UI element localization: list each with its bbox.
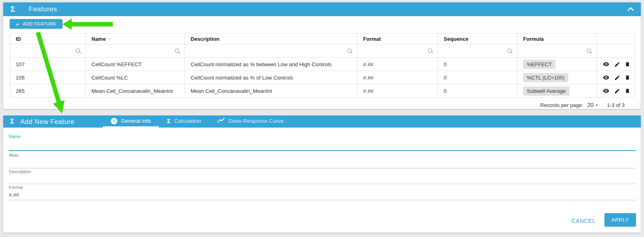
cell-format: #.##	[357, 58, 438, 71]
features-header-bar: Σ Features	[3, 2, 641, 16]
cell-description: CellCount normalized as % between Low an…	[185, 58, 357, 71]
search-icon	[75, 48, 81, 54]
delete-trash-icon[interactable]	[625, 61, 630, 67]
add-new-feature-panel: Σ Add New Feature i General Info Σ Calcu…	[3, 115, 641, 233]
view-eye-icon[interactable]	[602, 61, 610, 67]
sort-ascending-icon: ↑	[108, 36, 111, 42]
column-header-description[interactable]: Description	[185, 34, 357, 44]
tab-calculation[interactable]: Σ Calculation	[159, 115, 209, 128]
pagination-range: 1-3 of 3	[607, 102, 625, 108]
cell-format: #.##	[357, 84, 438, 98]
field-name-label: Name	[9, 134, 636, 139]
cell-sequence: 0	[438, 84, 517, 98]
view-eye-icon[interactable]	[602, 88, 610, 94]
delete-trash-icon[interactable]	[625, 74, 630, 81]
tab-label: Calculation	[174, 118, 201, 124]
cell-name: Mean Cell_Concanavalin_MeanInt	[86, 84, 185, 98]
search-icon	[507, 48, 513, 54]
edit-pencil-icon[interactable]	[614, 61, 620, 67]
sigma-icon: Σ	[10, 117, 14, 126]
cell-sequence: 0	[438, 58, 517, 71]
plus-icon: +	[16, 21, 19, 27]
chevron-up-icon[interactable]	[627, 6, 634, 13]
search-icon	[175, 48, 181, 54]
field-format-label: Format	[9, 185, 636, 190]
field-alias: Alias	[9, 153, 636, 168]
dose-response-curve-icon	[217, 117, 225, 124]
cell-id: 105	[10, 71, 86, 84]
field-alias-label: Alias	[9, 153, 636, 157]
table-filter-row	[10, 44, 635, 58]
formula-chip: %CTL (LC=100)	[523, 73, 568, 82]
filter-input-name[interactable]	[91, 46, 175, 56]
sigma-icon: Σ	[10, 5, 15, 14]
cell-name: CellCount %EFFECT	[86, 58, 185, 71]
search-icon	[428, 48, 434, 54]
name-input[interactable]	[9, 139, 636, 151]
toolbar: + ADD FEATURE	[3, 16, 641, 33]
table-row: 107 CellCount %EFFECT CellCount normaliz…	[10, 58, 635, 71]
table-row: 105 CellCount %LC CellCount normalized a…	[10, 71, 635, 84]
edit-pencil-icon[interactable]	[614, 88, 620, 94]
alias-input[interactable]	[9, 157, 636, 168]
features-panel-title: Features	[29, 5, 57, 13]
tab-label: Dose-Response Curve	[229, 118, 284, 124]
filter-input-format[interactable]	[363, 46, 428, 56]
filter-input-formula[interactable]	[523, 46, 586, 56]
table-header-row: ID Name↑ Description Format Sequence For…	[10, 34, 635, 44]
field-name: Name	[9, 134, 636, 151]
description-input[interactable]	[9, 174, 636, 184]
formula-chip: Subwell Average	[523, 86, 569, 96]
tab-general-info[interactable]: i General Info	[103, 115, 159, 128]
features-panel: Σ Features + ADD FEATURE ID	[3, 2, 641, 109]
tab-label: General Info	[121, 118, 151, 124]
column-header-name[interactable]: Name↑	[86, 34, 185, 44]
add-feature-button-label: ADD FEATURE	[23, 21, 56, 26]
table-row: 265 Mean Cell_Concanavalin_MeanInt Mean …	[10, 84, 635, 98]
page: Σ Features + ADD FEATURE ID	[0, 0, 644, 237]
dropdown-caret-icon: ▾	[596, 103, 598, 107]
column-header-actions	[597, 34, 635, 44]
sigma-icon: Σ	[167, 117, 170, 124]
features-table: ID Name↑ Description Format Sequence For…	[10, 33, 635, 98]
column-header-sequence[interactable]: Sequence	[438, 34, 517, 44]
filter-input-sequence[interactable]	[444, 46, 507, 56]
delete-trash-icon[interactable]	[625, 88, 630, 94]
cell-id: 265	[10, 84, 86, 98]
records-per-page-value: 20	[587, 102, 594, 108]
column-header-format[interactable]: Format	[357, 34, 438, 44]
search-icon	[586, 48, 592, 54]
formula-chip: %EFFECT	[523, 60, 555, 69]
cell-description: CellCount normalized as % of Low Control…	[185, 71, 357, 84]
apply-button[interactable]: APPLY	[605, 213, 636, 227]
cell-format: #.##	[357, 71, 438, 84]
add-feature-button[interactable]: + ADD FEATURE	[10, 19, 62, 29]
add-feature-panel-title: Add New Feature	[20, 118, 74, 126]
tab-dose-response-curve[interactable]: Dose-Response Curve	[209, 115, 292, 128]
cell-id: 107	[10, 58, 86, 71]
edit-pencil-icon[interactable]	[614, 75, 620, 81]
info-icon: i	[111, 118, 117, 124]
filter-input-description[interactable]	[191, 46, 347, 56]
table-pagination: Records per page: 20 ▾ 1-3 of 3	[10, 98, 634, 112]
search-icon	[347, 48, 353, 54]
tab-bar: i General Info Σ Calculation Dose-Respon…	[103, 115, 292, 128]
column-header-id[interactable]: ID	[10, 34, 86, 44]
cell-description: Mean Cell_Concanavalin_MeanInt	[185, 84, 357, 98]
cell-sequence: 0	[438, 71, 517, 84]
records-per-page-label: Records per page:	[540, 102, 583, 108]
add-feature-header-bar: Σ Add New Feature i General Info Σ Calcu…	[3, 115, 641, 128]
field-description-label: Description	[9, 169, 636, 174]
view-eye-icon[interactable]	[602, 74, 610, 81]
filter-input-id[interactable]	[16, 46, 75, 56]
column-header-formula[interactable]: Formula	[517, 34, 597, 44]
format-input[interactable]	[9, 190, 636, 200]
cancel-button[interactable]: CANCEL	[567, 215, 600, 227]
field-format: Format	[9, 185, 636, 200]
field-description: Description	[9, 169, 636, 184]
records-per-page-dropdown[interactable]: 20 ▾	[586, 102, 598, 108]
cell-name: CellCount %LC	[86, 71, 185, 84]
